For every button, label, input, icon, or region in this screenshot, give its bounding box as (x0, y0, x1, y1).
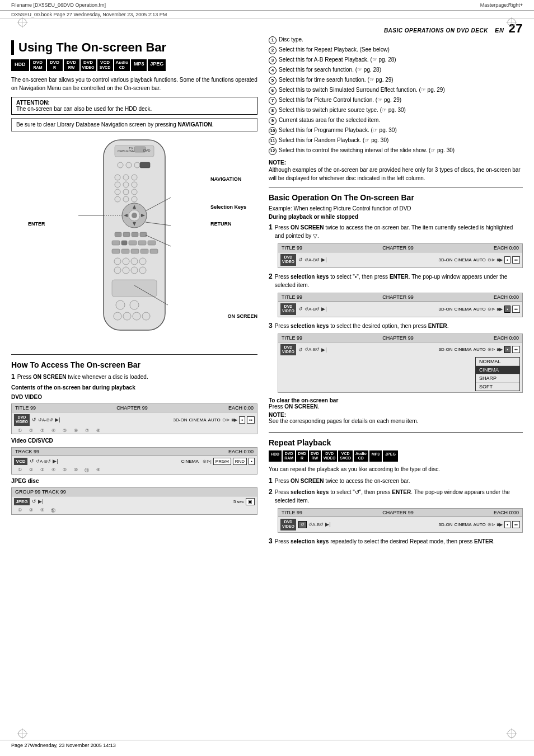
repeat-format-badges: HDD DVDRAM DVDR DVDRW DVDVIDEO VCDSVCD (269, 450, 523, 461)
clear-label: To clear the on-screen bar (269, 397, 523, 403)
svg-rect-54 (140, 249, 148, 253)
left-column: Using The On-screen Bar HDD DVDRAM DVDR … (11, 36, 257, 548)
svg-rect-45 (140, 232, 147, 237)
list-item-2: 2 Select this for Repeat Playback. (See … (269, 46, 523, 54)
svg-rect-52 (121, 249, 129, 253)
vcd-bar-right: CINEMA ⊙⊳| PRGM RND ▪ (181, 458, 255, 465)
svg-point-33 (132, 196, 137, 202)
step-1-number: 1 (11, 373, 15, 381)
list-item-10: 10 Select this for Programme Playback. (… (269, 126, 523, 135)
on-screen-label: ON SCREEN (227, 313, 257, 319)
basic-bar-2-middle: DVDVIDEO ↺ ↺A-B↺ ▶| 3D-ON CINEMA AUTO ⊙⊳… (278, 302, 522, 317)
basic-step-1: 1 Press ON SCREEN twice to access the on… (269, 223, 523, 240)
basic-bar-2: TITLE 99 CHAPTER 99 EACH 0:00 DVDVIDEO ↺… (278, 293, 523, 317)
repeat-badge-mp3: MP3 (369, 450, 382, 461)
section-title: BASIC OPERATIONS ON DVD DECK EN 27 (384, 21, 523, 36)
basic-op-subhead: During playback or while stopped (269, 214, 523, 220)
section-title-area: BASIC OPERATIONS ON DVD DECK EN 27 (0, 19, 534, 36)
svg-point-61 (123, 267, 129, 274)
badge-mp3: MP3 (131, 59, 147, 71)
basic-bar-3-controls: ↺ ↺A-B↺ ▶| (298, 347, 437, 353)
vcd-bar-controls: ↺ ↺A-B↺ ▶| (30, 458, 179, 464)
svg-point-70 (142, 312, 150, 320)
search-icon: ▶| (55, 417, 60, 422)
page-header: Filename [DX5SEU_06DVD Operation.fm] Mas… (0, 0, 534, 11)
svg-rect-51 (112, 249, 120, 253)
basic-step-3-text: Press selection keys to select the desir… (275, 322, 449, 330)
vcd-ab-icon: ↺A-B↺ (36, 459, 51, 464)
corner-bl (17, 728, 28, 739)
corner-tr (506, 17, 517, 28)
filename-label: Filename [DX5SEU_06DVD Operation.fm] (11, 2, 106, 8)
subheader-label: DX5SEU_00.book Page 27 Wednesday, Novemb… (11, 12, 167, 17)
num-8: 8 (269, 107, 277, 115)
basic-step-1-num: 1 (269, 223, 273, 231)
basic-bar-1-controls: ↺ ↺A-B↺ ▶| (298, 257, 437, 262)
repeat-badge-hdd: HDD (269, 450, 282, 461)
basic-dvd-badge-3: DVDVIDEO (280, 344, 296, 356)
jpeg-search-icon: ▶| (38, 499, 43, 504)
vcd-badge: VCD (14, 458, 27, 465)
basic-dvd-badge-1: DVDVIDEO (280, 254, 296, 266)
basic-bar-1: TITLE 99 CHAPTER 99 EACH 0:00 DVDVIDEO ↺… (278, 243, 523, 268)
note-right-text: Although examples of the on-screen bar a… (269, 166, 523, 182)
svg-rect-55 (150, 249, 158, 253)
svg-point-18 (118, 162, 123, 168)
basic-bar-3-right: 3D-ON CINEMA AUTO ⊙⊳ ◙▶ ▪ ▪▪ (439, 346, 520, 353)
popup-normal: NORMAL (476, 358, 519, 366)
jpeg-disc-label: JPEG disc (11, 478, 257, 484)
jpeg-bar-numbers: ① ② ④ ⑫ (12, 507, 257, 514)
dvd-video-sublabel: DVD VIDEO (11, 394, 257, 400)
dvd-bar-right: 3D-ON CINEMA AUTO ⊙⊳ ◙▶ ▪ ▪▪ (174, 416, 255, 424)
repeat-step-1-text: Press ON SCREEN twice to access the on-s… (275, 477, 410, 485)
navigation-label: NAVIGATION Selection Keys RETURN (210, 176, 246, 227)
basic-bar-3: TITLE 99 CHAPTER 99 EACH 0:00 DVDVIDEO ↺… (278, 334, 523, 393)
vcd-bar: TRACK 99 EACH 0:00 VCD ↺ ↺A-B↺ ▶| CINEMA… (11, 447, 257, 475)
svg-point-19 (126, 162, 132, 168)
corner-tl (17, 17, 28, 28)
repeat-badge-dvd-rw: DVDRW (309, 450, 321, 461)
basic-bar-2-top: TITLE 99 CHAPTER 99 EACH 0:00 (278, 293, 522, 302)
svg-point-40 (132, 213, 137, 218)
attention-title: ATTENTION: (16, 100, 252, 106)
svg-point-57 (123, 258, 129, 265)
basic-bar-1-middle: DVDVIDEO ↺ ↺A-B↺ ▶| 3D-ON CINEMA AUTO ⊙⊳… (278, 252, 522, 267)
badge-dvd-r: DVDR (47, 59, 63, 71)
repeat-bar-top: TITLE 99 CHAPTER 99 EACH 0:00 (278, 509, 522, 517)
intro-text: The on-screen bar allows you to control … (11, 76, 257, 92)
badge-dvd-ram: DVDRAM (30, 59, 46, 71)
attention-box: ATTENTION: The on-screen bar can also be… (11, 97, 257, 115)
badge-audio-cd: AudioCD (114, 59, 130, 71)
repeat-bar: TITLE 99 CHAPTER 99 EACH 0:00 DVDVIDEO ↺… (278, 508, 523, 533)
repeat-bar-middle: DVDVIDEO ↺ ↺A-B↺ ▶| 3D-ON CINEMA AUTO ⊙⊳… (278, 517, 522, 532)
list-item-8: 8 Select this to switch picture source t… (269, 106, 523, 115)
svg-rect-46 (112, 241, 120, 245)
svg-point-22 (115, 175, 120, 180)
num-4: 4 (269, 67, 277, 74)
num-2: 2 (269, 46, 277, 54)
repeat-badge-audio-cd: AudioCD (354, 450, 368, 461)
svg-point-25 (115, 182, 120, 187)
list-item-4: 4 Select this for search function. (☞ pg… (269, 66, 523, 74)
svg-rect-64 (112, 280, 157, 297)
divider-3 (269, 432, 523, 433)
source-box: ▪▪ (247, 416, 255, 424)
right-column: 1 Disc type. 2 Select this for Repeat Pl… (269, 36, 523, 548)
num-3: 3 (269, 57, 277, 64)
repeat-step-1: 1 Press ON SCREEN twice to access the on… (269, 477, 523, 485)
jpeg-bar-top: GROUP 99 TRACK 99 (12, 488, 257, 496)
svg-point-23 (123, 175, 129, 180)
basic-step-3: 3 Press selection keys to select the des… (269, 322, 523, 330)
num-11: 11 (269, 137, 277, 145)
page-subheader: DX5SEU_00.book Page 27 Wednesday, Novemb… (0, 11, 534, 19)
basic-op-heading: Basic Operation On The On-screen Bar (269, 193, 523, 202)
svg-point-32 (123, 196, 129, 202)
basic-bar-2-controls: ↺ ↺A-B↺ ▶| (298, 306, 437, 312)
dvd-bar-controls: ↺ ↺A-B↺ ▶| (32, 417, 171, 422)
vcd-repeat-icon: ↺ (30, 458, 34, 464)
svg-rect-42 (115, 232, 121, 237)
basic-op-example: Example: When selecting Picture Control … (269, 205, 523, 212)
dvd-bar: TITLE 99 CHAPTER 99 EACH 0:00 DVDVIDEO ↺… (11, 403, 257, 434)
clear-bar-section: To clear the on-screen bar Press ON SCRE… (269, 397, 523, 410)
svg-point-63 (139, 267, 146, 274)
